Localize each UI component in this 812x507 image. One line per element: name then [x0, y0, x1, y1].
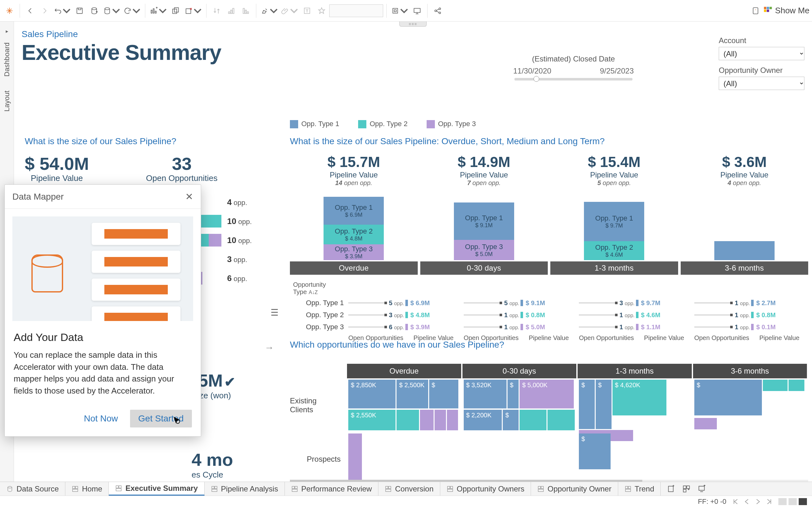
treemap-tile[interactable]: $ 2,850K: [348, 380, 396, 408]
treemap-tile[interactable]: $: [694, 380, 762, 415]
svg-rect-50: [538, 489, 544, 491]
show-me-button[interactable]: Show Me: [763, 6, 809, 15]
spark-row: Opp. Type 23 opp.$ 4.8M1 opp.$ 0.8M1 opp…: [290, 309, 808, 321]
date-start: 11/30/2020: [513, 66, 551, 75]
treemap-tile[interactable]: [763, 380, 788, 391]
treemap-tile[interactable]: $: [429, 380, 458, 408]
treemap-tile[interactable]: $ 3,520K: [464, 380, 507, 408]
svg-rect-41: [292, 489, 297, 491]
arrow-right-icon[interactable]: →: [264, 342, 274, 353]
treemap-tile[interactable]: [435, 410, 446, 430]
treemap-tile[interactable]: $: [579, 380, 595, 429]
treemap-row-label: Prospects: [290, 432, 347, 484]
new-dashboard-icon[interactable]: [681, 484, 692, 494]
data-mapper-title: Data Mapper: [12, 192, 64, 202]
card-icon: [92, 223, 181, 245]
owner-select[interactable]: (All): [719, 77, 804, 90]
sheet-tab[interactable]: Home: [65, 482, 109, 496]
svg-rect-11: [233, 8, 234, 13]
treemap-tile[interactable]: $ 5,000K: [519, 380, 574, 408]
treemap-tile[interactable]: $ 2,200K: [464, 410, 502, 430]
new-worksheet-button[interactable]: [148, 4, 168, 18]
sheet-tab[interactable]: Trend: [618, 482, 661, 496]
treemap-tile[interactable]: [348, 434, 362, 480]
database-icon: [32, 255, 63, 292]
card-icon: [92, 250, 181, 273]
breadcrumb[interactable]: Sales Pipeline: [21, 29, 808, 39]
treemap-tile[interactable]: $ 2,500K: [397, 380, 428, 408]
fit-dropdown[interactable]: [390, 4, 409, 18]
share-button[interactable]: [431, 4, 445, 18]
view-grid-icon[interactable]: [778, 498, 786, 505]
treemap-tile[interactable]: [447, 410, 458, 430]
highlight-button[interactable]: [259, 4, 279, 18]
sheet-tab[interactable]: Opportunity Owners: [440, 482, 531, 496]
tab-pager[interactable]: [733, 499, 771, 504]
new-sheet-icon[interactable]: [666, 484, 676, 494]
treemap-tile[interactable]: [519, 410, 547, 430]
date-slider[interactable]: [514, 78, 632, 80]
hamburger-icon[interactable]: ☰: [270, 307, 278, 318]
treemap-tile[interactable]: $: [503, 410, 519, 430]
data-mapper-heading: Add Your Data: [14, 331, 192, 343]
svg-rect-34: [119, 486, 121, 488]
sidebar-tab-layout[interactable]: Layout: [3, 83, 11, 118]
term-chart-panel: What is the size of our Sales Pipeline: …: [290, 136, 808, 342]
star-button[interactable]: [315, 4, 328, 18]
not-now-button[interactable]: Not Now: [78, 410, 123, 428]
view-list-icon[interactable]: [789, 498, 797, 505]
tableau-logo[interactable]: [3, 4, 16, 18]
kpi-pipeline-value: $ 54.0M: [25, 153, 89, 174]
status-bar: FF: +0 -0: [0, 496, 812, 507]
undo-dropdown[interactable]: [52, 4, 72, 18]
treemap-tile[interactable]: $: [507, 380, 519, 408]
drag-handle-icon[interactable]: ≡≡≡: [399, 21, 426, 26]
kpi-section-title: What is the size of our Sales Pipeline?: [25, 136, 278, 147]
view-filmstrip-icon[interactable]: [799, 498, 807, 505]
svg-rect-13: [245, 10, 247, 13]
toolbar-search-input[interactable]: [329, 4, 383, 17]
sheet-tab[interactable]: Conversion: [378, 482, 440, 496]
close-icon[interactable]: ✕: [185, 191, 193, 202]
forward-button[interactable]: [38, 4, 52, 18]
svg-rect-45: [448, 486, 450, 488]
expand-side-icon[interactable]: ▸: [4, 28, 10, 34]
account-select[interactable]: (All): [719, 47, 804, 60]
treemap-tile[interactable]: $: [579, 434, 611, 469]
clear-button[interactable]: [183, 4, 203, 18]
new-story-icon[interactable]: [696, 484, 707, 494]
treemap-tile[interactable]: [789, 380, 804, 391]
presentation-button[interactable]: [410, 4, 424, 18]
svg-rect-9: [229, 12, 230, 13]
refresh-dropdown[interactable]: [122, 4, 142, 18]
sidebar-tab-dashboard[interactable]: Dashboard: [3, 36, 11, 83]
svg-rect-7: [174, 8, 179, 12]
data-source-tab[interactable]: Data Source: [0, 482, 65, 496]
treemap-tile[interactable]: $: [596, 380, 612, 429]
slider-thumb-icon[interactable]: [534, 76, 539, 82]
sheet-tab[interactable]: Pipeline Analysis: [205, 482, 285, 496]
treemap-tile[interactable]: [548, 410, 574, 430]
new-datasource-button[interactable]: [87, 4, 101, 18]
treemap-tile[interactable]: $ 2,550K: [348, 410, 396, 430]
sort-desc-button[interactable]: [239, 4, 253, 18]
save-button[interactable]: [72, 4, 87, 18]
sheet-tab[interactable]: Performance Review: [285, 482, 379, 496]
treemap-tile[interactable]: $ 4,620K: [612, 380, 667, 415]
swap-button[interactable]: [210, 4, 223, 18]
sheet-tab[interactable]: Executive Summary: [109, 482, 204, 496]
guide-button[interactable]: [749, 4, 763, 18]
text-button[interactable]: [300, 4, 314, 18]
treemap-tile[interactable]: [420, 410, 434, 430]
datasource-dropdown[interactable]: [102, 4, 121, 18]
treemap-tile[interactable]: [397, 410, 419, 430]
duplicate-button[interactable]: [169, 4, 183, 18]
treemap-tile[interactable]: [694, 418, 717, 429]
attach-button[interactable]: [280, 4, 299, 18]
sort-asc-button[interactable]: [224, 4, 238, 18]
sheet-tab[interactable]: Opportunity Owner: [531, 482, 618, 496]
treemap-panel: Which opportunities do we have in our Sa…: [290, 340, 808, 484]
get-started-button[interactable]: Get Started: [130, 410, 192, 428]
back-button[interactable]: [23, 4, 37, 18]
date-range-filter: (Estimated) Closed Date 11/30/2020 9/25/…: [513, 55, 634, 80]
